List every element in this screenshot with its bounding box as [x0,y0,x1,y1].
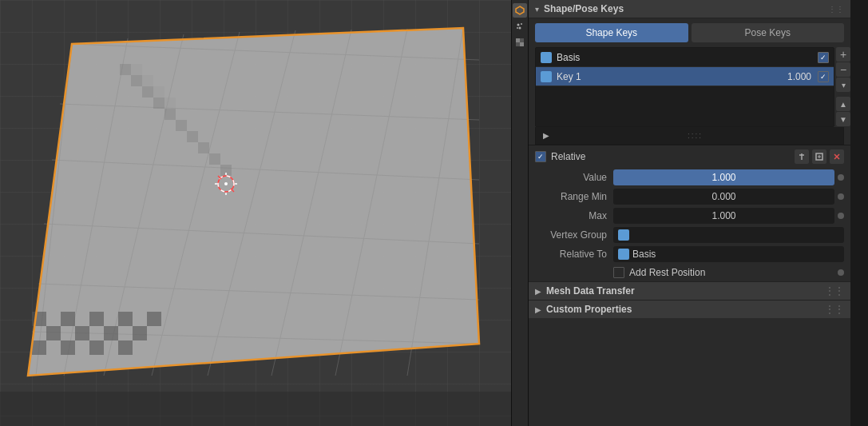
svg-point-56 [519,27,521,30]
add-rest-position-row: Add Rest Position [529,264,850,281]
particles-icon[interactable] [513,19,527,34]
custom-properties-dots: ⋮⋮ [825,304,844,315]
range-min-field[interactable]: 0.000 [613,189,834,205]
svg-rect-61 [520,42,524,46]
section-dots: ⋮⋮ [828,5,844,14]
basis-key-icon [541,52,552,63]
range-min-label: Range Min [535,191,607,202]
value-dot[interactable] [838,174,844,181]
mesh-data-transfer-section[interactable]: ▶ Mesh Data Transfer ⋮⋮ [529,281,850,300]
section-title: Shape/Pose Keys [544,3,828,14]
svg-rect-19 [75,326,89,340]
texture-data-icon[interactable] [513,35,527,50]
value-field-text: 1.000 [620,172,828,183]
max-value: 1.000 [620,210,828,221]
expand-key-button[interactable]: ▾ [836,78,850,92]
max-dot[interactable] [838,213,844,219]
custom-properties-arrow: ▶ [535,305,541,314]
svg-rect-31 [142,86,153,98]
svg-rect-22 [32,340,46,355]
max-row: Max 1.000 [529,206,850,225]
svg-rect-32 [153,98,164,109]
relative-to-row: Relative To Basis [529,245,850,264]
svg-rect-58 [516,38,520,42]
key1-key-checkbox[interactable] [818,71,829,82]
svg-rect-36 [198,142,209,153]
mesh-svg [0,0,511,426]
pose-keys-tab[interactable]: Pose Keys [692,23,845,42]
move-down-button[interactable]: ▼ [836,112,850,126]
shape-key-basis[interactable]: Basis [536,48,834,67]
add-rest-label: Add Rest Position [629,267,705,278]
svg-rect-39 [131,64,142,75]
basis-key-checkbox[interactable] [818,52,829,63]
add-rest-dot[interactable] [838,269,844,276]
relative-checkbox[interactable] [535,151,546,162]
value-field[interactable]: 1.000 [613,169,834,185]
value-label: Value [535,172,607,183]
close-icon[interactable] [830,149,844,164]
svg-rect-41 [153,86,164,98]
properties-panel: ▾ Shape/Pose Keys ⋮⋮ Shape Keys Pose Key… [529,0,850,426]
svg-rect-33 [164,109,176,120]
svg-rect-28 [118,312,133,326]
svg-point-54 [517,24,520,26]
mesh-data-transfer-dots: ⋮⋮ [825,285,844,297]
relative-icons [795,149,844,164]
mesh-data-transfer-title: Mesh Data Transfer [546,285,825,297]
max-label: Max [535,210,607,221]
basis-key-name: Basis [557,52,818,63]
svg-rect-18 [61,312,75,326]
custom-properties-section[interactable]: ▶ Custom Properties ⋮⋮ [529,300,850,318]
svg-rect-27 [147,312,161,326]
svg-point-55 [521,23,522,25]
relative-to-label: Relative To [535,249,607,260]
sidebar-strip [511,0,529,426]
range-min-row: Range Min 0.000 [529,187,850,206]
relative-row: Relative [529,145,850,168]
custom-properties-title: Custom Properties [546,304,825,315]
range-min-dot[interactable] [838,193,844,200]
svg-rect-60 [516,42,520,46]
value-row: Value 1.000 [529,168,850,187]
relative-to-value: Basis [632,249,656,260]
tab-row: Shape Keys Pose Keys [529,18,850,47]
move-up-button[interactable]: ▲ [836,97,850,111]
max-field[interactable]: 1.000 [613,208,834,224]
key1-key-name: Key 1 [557,71,787,82]
play-button[interactable]: ▶ [541,130,552,141]
svg-rect-29 [120,64,131,75]
remove-key-button[interactable]: − [836,62,850,77]
viewport[interactable] [0,0,511,426]
add-rest-checkbox[interactable] [613,267,624,278]
vertex-group-row: Vertex Group [529,225,850,245]
svg-rect-34 [176,120,187,131]
bottom-dots: :::: [552,131,838,140]
vertex-group-label: Vertex Group [535,229,607,241]
svg-rect-30 [131,75,142,86]
svg-rect-25 [118,340,133,355]
svg-rect-40 [142,75,153,86]
vertex-group-field[interactable] [613,227,844,243]
mesh-data-icon[interactable] [513,3,527,18]
shape-key-1[interactable]: Key 1 1.000 [536,67,834,86]
shape-pose-keys-header[interactable]: ▾ Shape/Pose Keys ⋮⋮ [529,0,850,18]
svg-rect-26 [133,326,147,340]
expand-icon[interactable] [812,149,826,164]
collapse-arrow: ▾ [535,5,539,14]
svg-rect-59 [520,38,524,42]
pin-icon[interactable] [795,149,809,164]
relative-label: Relative [551,151,585,162]
shape-keys-tab[interactable]: Shape Keys [535,23,688,42]
range-min-value: 0.000 [620,191,828,202]
relative-to-field[interactable]: Basis [613,246,844,262]
key1-key-value: 1.000 [787,71,811,82]
svg-rect-37 [209,153,220,165]
add-key-button[interactable]: + [836,47,850,62]
relative-checkbox-wrap[interactable]: Relative [535,151,585,162]
svg-rect-21 [104,326,118,340]
svg-rect-42 [164,98,176,109]
key1-key-icon [541,71,552,82]
vertex-group-icon [618,229,629,241]
svg-rect-20 [89,312,104,326]
